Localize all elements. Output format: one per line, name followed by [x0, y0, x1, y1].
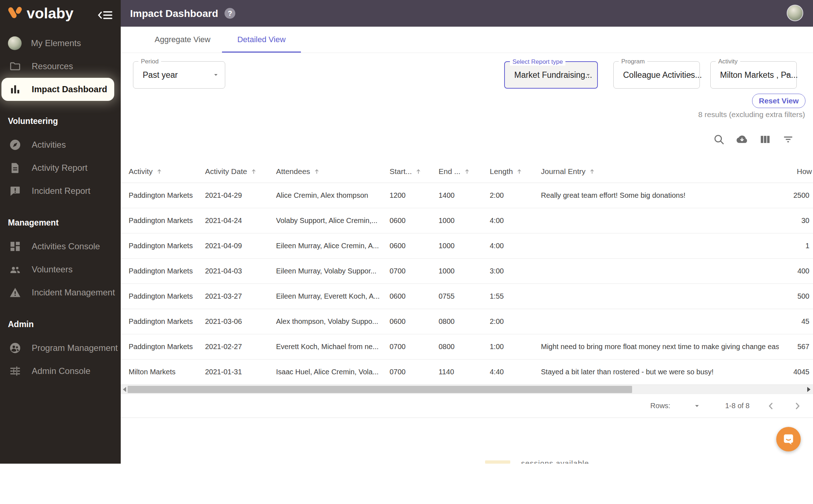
page-title: Impact Dashboard [130, 8, 218, 19]
clipped-tooltip-swatch [485, 460, 510, 464]
report-type-select-label: Select Report type [510, 58, 565, 66]
cell-activity-date: 2021-02-27 [205, 343, 276, 351]
sort-arrow-up-icon [588, 168, 596, 175]
sidebar-section-items: ActivitiesActivity ReportIncident Report [0, 133, 121, 202]
sidebar-item-incident-report[interactable]: Incident Report [0, 179, 121, 202]
cell-how: 500 [779, 292, 813, 300]
period-select-label: Period [138, 58, 161, 65]
cell-end: 1000 [439, 217, 490, 225]
tab-aggregate-view[interactable]: Aggregate View [143, 27, 222, 52]
period-select[interactable]: Period Past year [133, 61, 225, 89]
column-header-journal-entry[interactable]: Journal Entry [541, 167, 779, 176]
column-header-label: Activity [129, 167, 153, 176]
column-header-end[interactable]: End ... [439, 167, 490, 176]
table-toolbar [713, 133, 794, 146]
table-row[interactable]: Paddington Markets2021-04-24Volaby Suppo… [121, 208, 813, 233]
scroll-left-arrow-icon[interactable] [123, 387, 126, 392]
sidebar-section-volunteering: Volunteering [0, 112, 121, 130]
sidebar-item-admin-console[interactable]: Admin Console [0, 360, 121, 383]
column-header-activity[interactable]: Activity [129, 167, 205, 176]
cell-activity-date: 2021-01-31 [205, 368, 276, 376]
sidebar-item-incident-management[interactable]: Incident Management [0, 281, 121, 304]
sidebar-item-label: Incident Report [32, 186, 90, 196]
scrollbar-thumb[interactable] [128, 386, 632, 393]
cell-start: 0600 [390, 217, 439, 225]
app-window: volaby My ElementsResourcesImpact Dashbo… [0, 0, 813, 464]
sidebar-item-activities-console[interactable]: Activities Console [0, 235, 121, 258]
view-columns-icon[interactable] [759, 133, 771, 146]
table-row[interactable]: Paddington Markets2021-03-27Eileen Murra… [121, 284, 813, 309]
scroll-right-arrow-icon[interactable] [807, 387, 810, 392]
cell-activity-date: 2021-03-27 [205, 292, 276, 300]
search-icon[interactable] [713, 133, 725, 146]
cell-journal-entry: Really great team effort! Some big donat… [541, 191, 779, 200]
column-header-attendees[interactable]: Attendees [276, 167, 390, 176]
sidebar-logo-row: volaby [0, 0, 121, 32]
user-avatar[interactable] [787, 5, 803, 21]
chat-widget-button[interactable] [776, 427, 801, 451]
sort-arrow-up-icon [313, 168, 320, 175]
sidebar-item-activities[interactable]: Activities [0, 133, 121, 156]
activity-select[interactable]: Activity Milton Markets , Pa... [710, 61, 797, 89]
rows-per-page-dropdown[interactable] [693, 402, 701, 410]
help-icon[interactable]: ? [225, 8, 235, 19]
cell-attendees: Alex thompson, Volaby Suppo... [276, 317, 390, 326]
cell-activity: Paddington Markets [129, 191, 205, 200]
report-type-select-value: Market Fundraising... [514, 70, 592, 80]
sidebar-item-volunteers[interactable]: Volunteers [0, 258, 121, 281]
cell-how: 1 [779, 242, 813, 250]
sidebar-item-program-management[interactable]: Program Management [0, 336, 121, 360]
table-row[interactable]: Paddington Markets2021-04-09Eileen Murra… [121, 233, 813, 259]
cell-journal-entry: Stayed a bit later than rostered - but w… [541, 368, 779, 376]
sidebar-sections: VolunteeringActivitiesActivity ReportInc… [0, 112, 121, 383]
cell-length: 2:00 [490, 191, 541, 200]
cell-activity: Milton Markets [129, 368, 205, 376]
next-page-icon[interactable] [792, 401, 803, 411]
warning-icon [8, 285, 22, 300]
chevron-down-icon [687, 71, 694, 79]
table-row[interactable]: Paddington Markets2021-04-29Alice Cremin… [121, 183, 813, 208]
cell-activity: Paddington Markets [129, 292, 205, 300]
table-row[interactable]: Paddington Markets2021-04-03Eileen Murra… [121, 259, 813, 284]
column-header-label: How [797, 167, 812, 176]
cell-end: 1140 [439, 368, 490, 376]
cell-end: 1000 [439, 267, 490, 275]
results-count-text: 8 results (excluding extra filters) [698, 110, 805, 119]
horizontal-scrollbar[interactable] [121, 385, 813, 394]
tab-detailed-view[interactable]: Detailed View [222, 27, 301, 52]
report-type-select[interactable]: Select Report type Market Fundraising... [504, 61, 598, 89]
sidebar-item-resources[interactable]: Resources [0, 55, 121, 78]
activity-select-label: Activity [716, 58, 740, 65]
cell-start: 0700 [390, 343, 439, 351]
table-header-row: ActivityActivity DateAttendeesStart...En… [121, 160, 813, 183]
reset-view-button[interactable]: Reset View [752, 94, 805, 108]
cell-start: 0700 [390, 267, 439, 275]
sort-arrow-up-icon [156, 168, 163, 175]
previous-page-icon[interactable] [765, 401, 776, 411]
cell-attendees: Eileen Murray, Alice Cremin, A... [276, 242, 390, 250]
cloud-download-icon[interactable] [736, 133, 748, 146]
sidebar-item-impact-dashboard[interactable]: Impact Dashboard [1, 78, 114, 101]
column-header-how[interactable]: How [779, 167, 813, 176]
people-icon [8, 262, 22, 277]
cell-activity-date: 2021-03-06 [205, 317, 276, 326]
table-row[interactable]: Milton Markets2021-01-31Isaac Huel, Alic… [121, 360, 813, 385]
folder-icon [8, 59, 22, 73]
column-header-length[interactable]: Length [490, 167, 541, 176]
column-header-activity-date[interactable]: Activity Date [205, 167, 276, 176]
sidebar-item-label: Activities [32, 140, 66, 150]
sidebar-item-activity-report[interactable]: Activity Report [0, 156, 121, 179]
document-icon [8, 161, 22, 175]
program-select[interactable]: Program Colleague Activities... [613, 61, 700, 89]
cell-end: 1400 [439, 191, 490, 200]
chat-alert-icon [8, 184, 22, 198]
collapse-sidebar-icon[interactable] [98, 9, 113, 22]
sidebar-item-my-elements[interactable]: My Elements [0, 32, 121, 55]
table-row[interactable]: Paddington Markets2021-02-27Everett Koch… [121, 334, 813, 360]
column-header-label: Journal Entry [541, 167, 586, 176]
filter-list-icon[interactable] [782, 133, 794, 146]
sidebar: volaby My ElementsResourcesImpact Dashbo… [0, 0, 121, 464]
table-row[interactable]: Paddington Markets2021-03-06Alex thompso… [121, 309, 813, 334]
cell-how: 45 [779, 317, 813, 326]
column-header-start[interactable]: Start... [390, 167, 439, 176]
